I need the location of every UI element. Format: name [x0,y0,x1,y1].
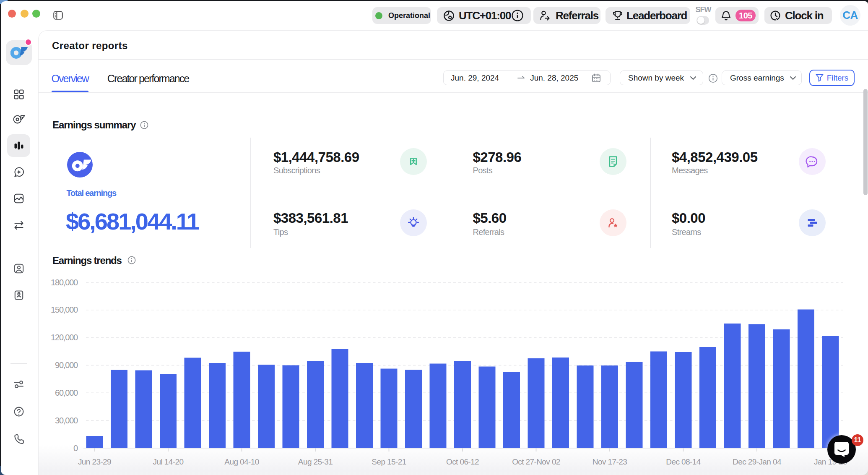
svg-text:Nov 17-23: Nov 17-23 [593,457,627,466]
svg-text:120,000: 120,000 [51,333,78,342]
svg-text:Oct 27-Nov 02: Oct 27-Nov 02 [512,457,560,466]
svg-text:Aug 25-31: Aug 25-31 [298,457,333,466]
svg-text:180,000: 180,000 [51,278,78,287]
svg-text:Aug 04-10: Aug 04-10 [224,457,259,466]
svg-text:0: 0 [73,444,78,453]
svg-text:30,000: 30,000 [55,416,78,425]
svg-text:Dec 29-Jan 04: Dec 29-Jan 04 [733,457,782,466]
svg-text:60,000: 60,000 [55,388,78,397]
svg-text:90,000: 90,000 [55,360,78,370]
svg-text:Dec 08-14: Dec 08-14 [666,457,701,466]
svg-text:Jul 14-20: Jul 14-20 [153,457,184,466]
svg-text:Oct 06-12: Oct 06-12 [446,457,479,466]
svg-text:Jun 23-29: Jun 23-29 [78,457,111,466]
svg-text:Sep 15-21: Sep 15-21 [372,457,406,466]
svg-text:150,000: 150,000 [51,305,78,314]
